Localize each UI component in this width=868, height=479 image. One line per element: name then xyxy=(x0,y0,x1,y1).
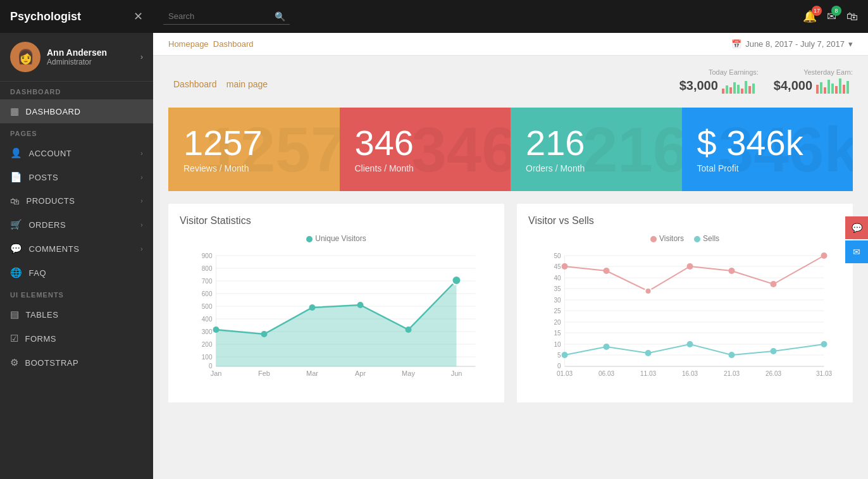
svg-point-75 xyxy=(562,263,568,270)
svg-rect-8 xyxy=(752,84,755,94)
stat-number: $ 346k xyxy=(697,125,838,161)
sidebar-item-forms[interactable]: ☑FORMS xyxy=(0,327,153,351)
cart-icon: 🛍 xyxy=(846,10,858,23)
sidebar-item-label: FORMS xyxy=(25,334,56,344)
svg-rect-13 xyxy=(831,84,834,94)
svg-rect-14 xyxy=(835,86,838,94)
sidebar-item-faq[interactable]: 🌐FAQ xyxy=(0,261,153,285)
svg-rect-9 xyxy=(816,85,819,94)
posts-icon: 📄 xyxy=(10,171,23,183)
notifications-badge: 17 xyxy=(812,6,822,16)
notifications-button[interactable]: 🔔 17 xyxy=(803,9,817,23)
account-icon: 👤 xyxy=(10,147,23,159)
sidebar-item-label: COMMENTS xyxy=(29,244,80,254)
svg-point-43 xyxy=(357,302,364,308)
stat-label: Reviews / Month xyxy=(183,163,325,173)
posts-chevron-icon: › xyxy=(140,174,143,181)
dash-title-main: Dashboard xyxy=(173,79,217,89)
sidebar-item-posts[interactable]: 📄POSTS› xyxy=(0,165,153,189)
stat-card-1: 346Clients / Month346 xyxy=(340,108,511,191)
svg-rect-0 xyxy=(722,89,724,94)
sidebar-item-dashboard[interactable]: ▦DASHBOARD xyxy=(0,99,153,123)
date-range-text: June 8, 2017 - July 7, 2017 xyxy=(745,39,845,49)
stat-card-0: 1257Reviews / Month1257 xyxy=(168,108,340,191)
svg-point-83 xyxy=(604,344,610,350)
sidebar-item-label: DASHBOARD xyxy=(26,107,81,116)
orders-chevron-icon: › xyxy=(140,221,143,228)
floating-chat-button[interactable]: 💬 xyxy=(845,216,868,239)
visitor-chart-svg: 900 800 700 600 500 400 300 200 100 0 xyxy=(180,249,493,389)
svg-rect-4 xyxy=(737,85,740,94)
svg-rect-12 xyxy=(828,80,830,94)
stat-label: Orders / Month xyxy=(526,163,667,173)
tables-icon: ▤ xyxy=(10,309,20,320)
sidebar-section-label: PAGES xyxy=(0,123,153,141)
svg-text:01.03: 01.03 xyxy=(557,370,573,377)
visitor-statistics-card: Visitor Statistics Unique Visitors xyxy=(168,204,504,402)
sidebar-item-orders[interactable]: 🛒ORDERS› xyxy=(0,213,153,237)
user-panel: 👩 Ann Andersen Administrator › xyxy=(0,33,153,82)
dashboard-icon: ▦ xyxy=(10,106,20,117)
stat-number: 216 xyxy=(526,125,667,161)
svg-point-44 xyxy=(406,327,412,333)
svg-text:15: 15 xyxy=(554,330,561,337)
bootstrap-icon: ⚙ xyxy=(10,357,19,368)
search-input[interactable] xyxy=(168,11,275,21)
products-icon: 🛍 xyxy=(10,196,20,206)
svg-text:Apr: Apr xyxy=(355,370,366,377)
svg-text:0: 0 xyxy=(557,363,561,370)
svg-point-80 xyxy=(771,281,777,287)
sidebar-item-account[interactable]: 👤ACCOUNT› xyxy=(0,141,153,165)
svg-text:Mar: Mar xyxy=(306,370,318,377)
today-earnings: Today Earnings: $3,000 xyxy=(679,68,759,95)
svg-rect-7 xyxy=(748,86,751,94)
sidebar-section-label: UI ELEMENTS xyxy=(0,285,153,302)
content-area: Homepage Dashboard 📅 June 8, 2017 - July… xyxy=(153,33,868,479)
account-chevron-icon: › xyxy=(140,150,143,157)
user-info: Ann Andersen Administrator xyxy=(47,47,107,66)
sidebar-item-label: ACCOUNT xyxy=(29,149,72,158)
svg-text:500: 500 xyxy=(202,303,213,310)
svg-text:400: 400 xyxy=(202,316,213,323)
user-chevron-icon[interactable]: › xyxy=(140,53,143,61)
messages-badge: 8 xyxy=(831,6,841,16)
svg-text:30: 30 xyxy=(554,297,561,304)
stat-number: 1257 xyxy=(183,125,325,161)
visitors-legend-label: Visitors xyxy=(659,234,684,243)
orders-icon: 🛒 xyxy=(10,219,23,230)
breadcrumb-home[interactable]: Homepage xyxy=(168,39,209,49)
svg-text:11.03: 11.03 xyxy=(640,370,656,377)
visitor-chart-title: Visitor Statistics xyxy=(180,215,493,227)
svg-text:100: 100 xyxy=(202,354,213,361)
sidebar-item-comments[interactable]: 💬COMMENTS› xyxy=(0,237,153,261)
breadcrumb: Homepage Dashboard xyxy=(168,39,253,49)
svg-text:5: 5 xyxy=(557,352,561,359)
close-icon[interactable]: ✕ xyxy=(133,9,143,23)
sidebar-item-label: BOOTSTRAP xyxy=(25,358,79,368)
floating-email-button[interactable]: ✉ xyxy=(845,240,868,263)
sidebar-item-bootstrap[interactable]: ⚙BOOTSTRAP xyxy=(0,351,153,375)
sidebar-item-products[interactable]: 🛍PRODUCTS› xyxy=(0,189,153,213)
svg-point-88 xyxy=(821,341,828,347)
svg-text:20: 20 xyxy=(554,319,561,326)
forms-icon: ☑ xyxy=(10,333,19,344)
date-filter[interactable]: 📅 June 8, 2017 - July 7, 2017 ▾ xyxy=(731,39,853,49)
svg-text:Jan: Jan xyxy=(211,370,222,377)
svg-rect-17 xyxy=(846,81,849,94)
search-icon[interactable]: 🔍 xyxy=(275,11,285,22)
sidebar-item-tables[interactable]: ▤TABLES xyxy=(0,302,153,327)
sells-legend-label: Sells xyxy=(703,234,719,243)
messages-button[interactable]: ✉ 8 xyxy=(827,9,836,23)
sells-chart-legend: Visitors Sells xyxy=(528,234,841,243)
sidebar-item-label: POSTS xyxy=(29,173,59,182)
main-area: 🔍 🔔 17 ✉ 8 🛍 Homepage Dashboard 📅 xyxy=(153,0,868,479)
sidebar-header: Psychologist ✕ xyxy=(0,0,153,33)
today-value: $3,000 xyxy=(679,78,718,93)
date-chevron-icon: ▾ xyxy=(848,39,853,49)
sidebar-item-label: PRODUCTS xyxy=(27,196,75,206)
cart-button[interactable]: 🛍 xyxy=(846,10,858,23)
svg-text:0: 0 xyxy=(209,363,213,370)
svg-point-81 xyxy=(821,252,828,259)
svg-text:40: 40 xyxy=(554,275,561,282)
visitor-chart-legend: Unique Visitors xyxy=(180,234,493,243)
